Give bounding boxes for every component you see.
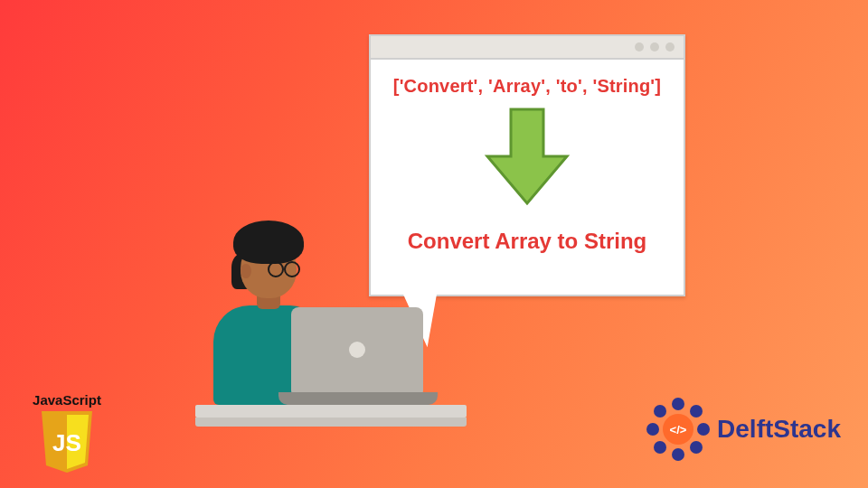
javascript-label: JavaScript [24,392,110,408]
svg-point-7 [672,448,684,461]
svg-point-9 [646,423,659,436]
svg-point-5 [697,423,710,436]
svg-point-4 [690,405,703,418]
window-dot-icon [665,42,675,52]
array-literal-text: ['Convert', 'Array', 'to', 'String'] [393,76,661,97]
delftstack-badge-icon: </> [646,398,710,461]
js-shield-icon: JS [38,409,96,473]
svg-point-10 [654,405,666,418]
svg-text:</>: </> [670,423,687,436]
delftstack-logo: </> DelftStack [646,398,841,461]
svg-point-3 [672,398,684,410]
glasses-icon [268,261,298,274]
window-dot-icon [635,42,644,52]
person-at-laptop-illustration [195,224,467,441]
js-badge-text: JS [52,429,81,456]
window-titlebar [371,36,684,60]
svg-point-6 [690,441,703,454]
delftstack-brand-text: DelftStack [717,415,841,444]
window-dot-icon [650,42,659,52]
svg-point-8 [654,441,666,454]
arrow-down-icon [473,104,581,212]
svg-marker-0 [487,109,567,203]
javascript-logo: JavaScript JS [24,392,110,473]
desk [195,405,467,418]
